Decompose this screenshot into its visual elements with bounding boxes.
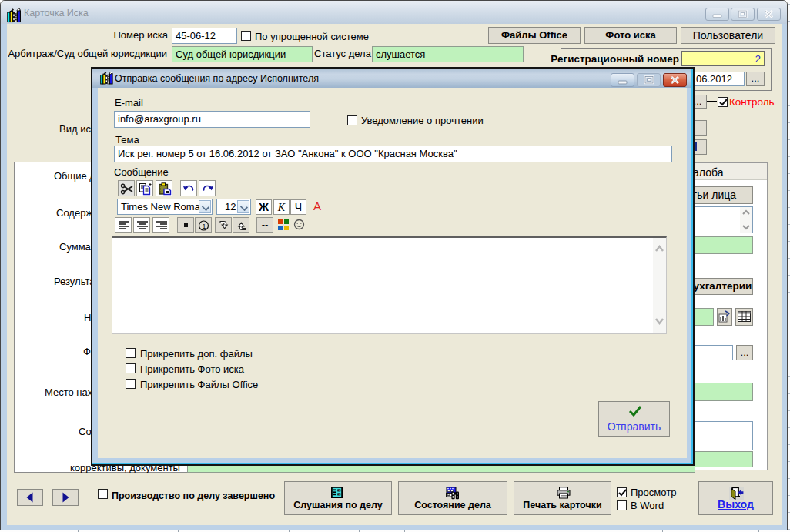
svg-text:1: 1 — [203, 223, 206, 230]
